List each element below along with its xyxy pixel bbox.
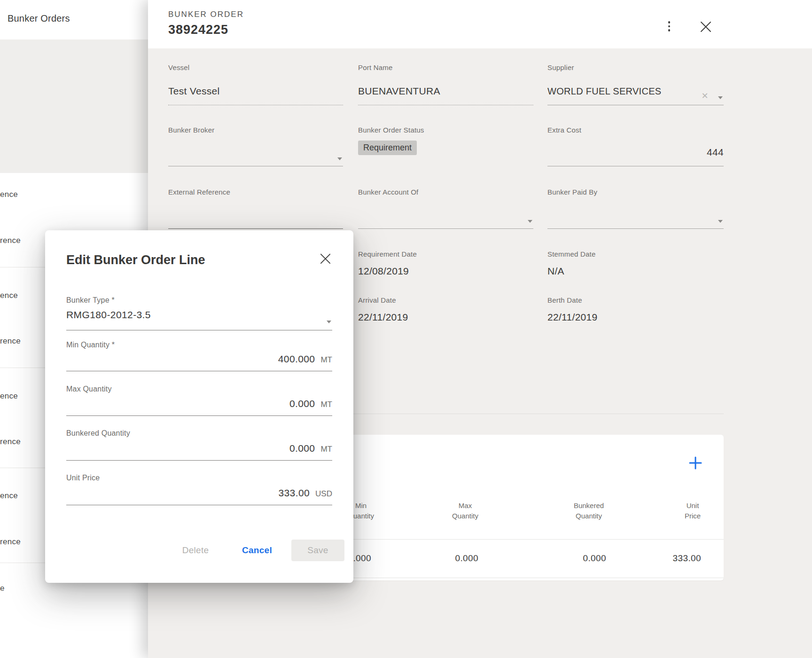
column-header-unit-price: Unit Price — [685, 501, 701, 521]
bunker-type-select[interactable]: RMG180-2012-3.5 — [66, 309, 332, 330]
bunker-type-value: RMG180-2012-3.5 — [66, 309, 151, 321]
status-badge: Requirement — [358, 141, 417, 155]
list-item[interactable]: ence — [0, 392, 18, 401]
list-item[interactable]: rence — [0, 337, 21, 346]
bunker-type-label: Bunker Type * — [66, 296, 115, 305]
edit-bunker-order-line-dialog: Edit Bunker Order Line Bunker Type * RMG… — [45, 230, 353, 583]
bunker-orders-header: Bunker Orders — [0, 0, 148, 39]
list-item[interactable]: ence — [0, 491, 18, 501]
close-panel-icon[interactable] — [698, 19, 714, 35]
requirement-date-label: Requirement Date — [358, 250, 417, 258]
column-header-max-quantity: Max Quantity — [452, 501, 478, 521]
stemmed-date-label: Stemmed Date — [547, 250, 595, 258]
panel-header: BUNKER ORDER 38924225 — [148, 0, 812, 48]
extra-cost-label: Extra Cost — [547, 126, 581, 134]
bunker-paid-by-label: Bunker Paid By — [547, 188, 597, 196]
min-quantity-unit: MT — [320, 355, 332, 365]
cell-bunkered-quantity: 0.000 — [583, 553, 606, 564]
max-quantity-input[interactable]: 0.000 MT — [66, 398, 332, 416]
supplier-label: Supplier — [547, 63, 574, 71]
min-quantity-value: 400.000 — [278, 353, 315, 365]
max-quantity-unit: MT — [320, 400, 332, 409]
order-status-label: Bunker Order Status — [358, 126, 424, 134]
bunker-paid-by-field[interactable] — [547, 209, 724, 229]
save-button[interactable]: Save — [291, 540, 344, 561]
delete-button[interactable]: Delete — [174, 540, 217, 561]
bunker-broker-field[interactable] — [168, 147, 343, 166]
min-quantity-input[interactable]: 400.000 MT — [66, 353, 332, 371]
bunkered-quantity-unit: MT — [320, 445, 332, 454]
kebab-menu-icon[interactable] — [665, 19, 673, 33]
chevron-down-icon[interactable] — [337, 157, 342, 160]
arrival-date-label: Arrival Date — [358, 296, 396, 304]
list-item[interactable]: rence — [0, 236, 21, 245]
max-quantity-value: 0.000 — [289, 398, 315, 409]
column-header-bunkered-quantity: Bunkered Quantity — [574, 501, 604, 521]
unit-price-label: Unit Price — [66, 474, 100, 482]
supplier-field[interactable]: WORLD FUEL SERVICES ✕ — [547, 86, 724, 105]
vessel-field: Test Vessel — [168, 86, 343, 105]
order-id: 38924225 — [168, 23, 228, 37]
extra-cost-field[interactable]: 444 — [547, 147, 724, 166]
bunkered-quantity-value: 0.000 — [289, 443, 315, 454]
port-name-label: Port Name — [358, 63, 393, 71]
panel-eyebrow: BUNKER ORDER — [168, 10, 244, 19]
stemmed-date-value: N/A — [547, 266, 564, 277]
supplier-value: WORLD FUEL SERVICES — [547, 86, 661, 96]
page-title: Bunker Orders — [8, 13, 70, 24]
vessel-label: Vessel — [168, 63, 189, 71]
clear-supplier-icon[interactable]: ✕ — [702, 91, 709, 101]
berth-date-label: Berth Date — [547, 296, 582, 304]
unit-price-unit: USD — [315, 489, 332, 499]
chevron-down-icon[interactable] — [528, 220, 532, 223]
cancel-button[interactable]: Cancel — [234, 540, 281, 561]
bunker-account-of-field[interactable] — [358, 209, 533, 229]
bunker-orders-filter-area — [0, 39, 148, 173]
unit-price-input[interactable]: 333.00 USD — [66, 487, 332, 505]
list-item[interactable]: rence — [0, 437, 21, 446]
bunker-account-of-label: Bunker Account Of — [358, 188, 418, 196]
external-reference-field[interactable] — [168, 209, 343, 229]
chevron-down-icon[interactable] — [718, 220, 723, 223]
min-quantity-label: Min Quantity * — [66, 341, 115, 349]
list-item[interactable]: rence — [0, 537, 21, 547]
dialog-title: Edit Bunker Order Line — [66, 253, 205, 267]
max-quantity-label: Max Quantity — [66, 385, 112, 393]
requirement-date-value: 12/08/2019 — [358, 266, 409, 277]
cell-max-quantity: 0.000 — [455, 553, 478, 564]
bunkered-quantity-input[interactable]: 0.000 MT — [66, 443, 332, 461]
list-item[interactable]: ence — [0, 291, 18, 300]
add-order-line-button[interactable] — [685, 454, 706, 472]
screen: Bunker Orders ence rence ence rence ence… — [0, 0, 812, 658]
arrival-date-value: 22/11/2019 — [358, 312, 408, 323]
external-reference-label: External Reference — [168, 188, 230, 196]
berth-date-value: 22/11/2019 — [547, 312, 598, 323]
close-dialog-icon[interactable] — [317, 250, 334, 267]
chevron-down-icon[interactable] — [718, 96, 723, 99]
bunker-broker-label: Bunker Broker — [168, 126, 214, 134]
bunkered-quantity-label: Bunkered Quantity — [66, 429, 130, 438]
unit-price-value: 333.00 — [278, 487, 310, 499]
list-item[interactable]: ence — [0, 190, 18, 199]
chevron-down-icon[interactable] — [327, 321, 331, 323]
list-item[interactable]: e — [0, 584, 5, 593]
port-name-field: BUENAVENTURA — [358, 86, 533, 105]
cell-unit-price: 333.00 — [672, 553, 701, 564]
